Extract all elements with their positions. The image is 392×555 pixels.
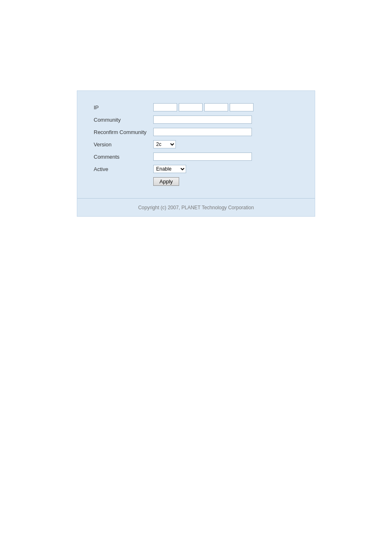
version-row: Version 2c 1 3 bbox=[94, 140, 298, 148]
ip-row: IP bbox=[94, 103, 298, 111]
reconfirm-community-input[interactable] bbox=[153, 128, 252, 136]
version-label: Version bbox=[94, 141, 153, 148]
ip-label: IP bbox=[94, 104, 153, 111]
footer-area: Copyright (c) 2007, PLANET Technology Co… bbox=[77, 198, 315, 216]
comments-row: Comments bbox=[94, 153, 298, 161]
community-input[interactable] bbox=[153, 116, 252, 124]
community-label: Community bbox=[94, 117, 153, 123]
apply-row: Apply bbox=[94, 177, 298, 186]
comments-label: Comments bbox=[94, 154, 153, 160]
comments-input[interactable] bbox=[153, 153, 252, 161]
copyright-text: Copyright (c) 2007, PLANET Technology Co… bbox=[138, 205, 254, 210]
ip-octet-1[interactable] bbox=[153, 103, 177, 111]
version-select[interactable]: 2c 1 3 bbox=[153, 140, 176, 148]
community-row: Community bbox=[94, 116, 298, 124]
ip-octet-2[interactable] bbox=[179, 103, 203, 111]
ip-octet-3[interactable] bbox=[204, 103, 228, 111]
apply-button[interactable]: Apply bbox=[153, 177, 179, 186]
form-area: IP Community Reconfirm Community bbox=[77, 91, 315, 198]
main-container: IP Community Reconfirm Community bbox=[77, 90, 315, 217]
reconfirm-community-label: Reconfirm Community bbox=[94, 129, 153, 135]
ip-octet-4[interactable] bbox=[230, 103, 254, 111]
active-row: Active Enable Disable bbox=[94, 165, 298, 173]
active-select[interactable]: Enable Disable bbox=[153, 165, 186, 173]
active-label: Active bbox=[94, 166, 153, 172]
ip-fields bbox=[153, 103, 254, 111]
reconfirm-community-row: Reconfirm Community bbox=[94, 128, 298, 136]
page-wrapper: IP Community Reconfirm Community bbox=[0, 0, 392, 555]
